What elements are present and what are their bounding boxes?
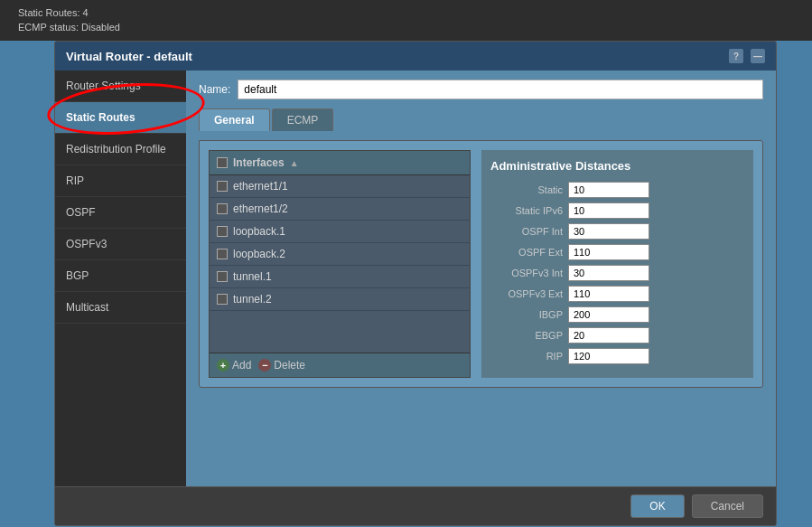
tab-general[interactable]: General bbox=[199, 108, 270, 131]
sidebar-item-label-router-settings: Router Settings bbox=[66, 80, 141, 92]
interface-name-4: tunnel.1 bbox=[233, 270, 272, 283]
sidebar-item-multicast[interactable]: Multicast bbox=[55, 292, 186, 324]
interface-checkbox-1[interactable] bbox=[217, 203, 228, 214]
ecmp-status: ECMP status: Disabled bbox=[18, 21, 120, 34]
table-row[interactable]: tunnel.1 bbox=[210, 266, 470, 288]
cancel-button[interactable]: Cancel bbox=[692, 494, 763, 518]
name-label: Name: bbox=[199, 83, 230, 96]
sidebar-item-redistribution-profile[interactable]: Redistribution Profile bbox=[55, 134, 186, 165]
help-icon[interactable]: ? bbox=[729, 49, 743, 63]
tab-ecmp[interactable]: ECMP bbox=[272, 108, 334, 131]
dialog-footer: OK Cancel bbox=[55, 486, 776, 525]
admin-label-2: OSPF Int bbox=[490, 226, 563, 237]
static-routes-count: Static Routes: 4 bbox=[18, 6, 120, 20]
sidebar-item-label-rip: RIP bbox=[66, 174, 84, 187]
table-row[interactable]: loopback.2 bbox=[210, 243, 470, 266]
admin-input-4[interactable] bbox=[568, 265, 649, 281]
sidebar-item-label-static-routes: Static Routes bbox=[66, 111, 135, 124]
admin-input-8[interactable] bbox=[568, 348, 649, 364]
admin-distances-title: Administrative Distances bbox=[490, 159, 744, 173]
admin-input-0[interactable] bbox=[568, 182, 649, 198]
admin-row: IBGP bbox=[490, 306, 744, 323]
interface-name-5: tunnel.2 bbox=[233, 293, 272, 306]
table-row[interactable]: loopback.1 bbox=[210, 221, 470, 243]
sidebar-item-router-settings[interactable]: Router Settings bbox=[55, 71, 186, 102]
delete-icon: − bbox=[258, 359, 271, 372]
sidebar-item-ospf[interactable]: OSPF bbox=[55, 197, 186, 229]
dialog-title-bar: Virtual Router - default ? — bbox=[55, 42, 776, 71]
dialog-body: Router Settings Static Routes Redistribu… bbox=[55, 71, 776, 486]
table-row[interactable]: ethernet1/2 bbox=[210, 198, 470, 221]
admin-distances-panel: Administrative Distances StaticStatic IP… bbox=[481, 150, 753, 378]
admin-row: OSPFv3 Int bbox=[490, 265, 744, 281]
tab-general-label: General bbox=[214, 114, 255, 127]
main-content: Name: General ECMP Interfaces bbox=[186, 71, 776, 486]
admin-label-1: Static IPv6 bbox=[490, 205, 563, 216]
sidebar-item-ospfv3[interactable]: OSPFv3 bbox=[55, 229, 186, 260]
add-label: Add bbox=[232, 359, 251, 372]
interface-list: ethernet1/1 ethernet1/2 loopback.1 bbox=[210, 175, 470, 353]
sidebar-item-label-redistribution-profile: Redistribution Profile bbox=[66, 143, 166, 155]
add-icon: + bbox=[217, 359, 229, 372]
admin-row: Static IPv6 bbox=[490, 202, 744, 219]
sidebar-item-label-bgp: BGP bbox=[66, 269, 89, 282]
admin-label-4: OSPFv3 Int bbox=[490, 268, 563, 278]
sidebar-item-static-routes[interactable]: Static Routes bbox=[55, 102, 186, 134]
sidebar-item-bgp[interactable]: BGP bbox=[55, 260, 186, 292]
interface-checkbox-2[interactable] bbox=[217, 226, 228, 237]
dialog-title-text: Virtual Router - default bbox=[66, 50, 192, 63]
admin-row: OSPF Int bbox=[490, 223, 744, 240]
interface-name-3: loopback.2 bbox=[233, 248, 285, 260]
admin-label-7: EBGP bbox=[490, 330, 563, 341]
virtual-router-dialog: Virtual Router - default ? — Router Sett… bbox=[54, 41, 777, 526]
delete-button[interactable]: − Delete bbox=[258, 359, 305, 372]
interface-checkbox-0[interactable] bbox=[217, 181, 228, 192]
sidebar-item-label-multicast: Multicast bbox=[66, 301, 108, 314]
table-row[interactable]: ethernet1/1 bbox=[210, 175, 470, 198]
interface-checkbox-3[interactable] bbox=[217, 249, 228, 259]
admin-input-6[interactable] bbox=[568, 306, 649, 323]
dialog-title-icons: ? — bbox=[729, 49, 765, 63]
tab-content-general: Interfaces ▲ ethernet1/1 ethernet1/2 bbox=[199, 140, 763, 388]
admin-distances-rows: StaticStatic IPv6OSPF IntOSPF ExtOSPFv3 … bbox=[490, 182, 744, 364]
admin-input-7[interactable] bbox=[568, 327, 649, 343]
tab-ecmp-label: ECMP bbox=[287, 114, 319, 127]
delete-label: Delete bbox=[274, 359, 305, 372]
sidebar: Router Settings Static Routes Redistribu… bbox=[55, 71, 186, 486]
minimize-icon[interactable]: — bbox=[751, 49, 765, 63]
bg-top-text: Static Routes: 4 ECMP status: Disabled bbox=[18, 6, 120, 34]
sidebar-item-label-ospfv3: OSPFv3 bbox=[66, 238, 107, 250]
table-row[interactable]: tunnel.2 bbox=[210, 288, 470, 311]
admin-input-5[interactable] bbox=[568, 286, 649, 302]
name-row: Name: bbox=[199, 80, 763, 99]
interface-name-1: ethernet1/2 bbox=[233, 202, 288, 215]
admin-row: OSPFv3 Ext bbox=[490, 286, 744, 302]
interface-name-0: ethernet1/1 bbox=[233, 180, 288, 193]
background-top-bar: Static Routes: 4 ECMP status: Disabled bbox=[0, 0, 812, 41]
sidebar-item-rip[interactable]: RIP bbox=[55, 165, 186, 197]
admin-row: EBGP bbox=[490, 327, 744, 343]
tab-bar: General ECMP bbox=[199, 108, 763, 131]
admin-label-6: IBGP bbox=[490, 309, 563, 320]
interface-checkbox-5[interactable] bbox=[217, 294, 228, 305]
admin-row: RIP bbox=[490, 348, 744, 364]
admin-input-3[interactable] bbox=[568, 244, 649, 260]
interfaces-select-all-checkbox[interactable] bbox=[217, 157, 228, 168]
admin-label-0: Static bbox=[490, 184, 563, 195]
sort-arrow-icon: ▲ bbox=[290, 158, 299, 168]
admin-row: Static bbox=[490, 182, 744, 198]
sidebar-item-label-ospf: OSPF bbox=[66, 206, 96, 219]
admin-input-2[interactable] bbox=[568, 223, 649, 240]
add-button[interactable]: + Add bbox=[217, 359, 251, 372]
admin-input-1[interactable] bbox=[568, 202, 649, 219]
admin-label-5: OSPFv3 Ext bbox=[490, 288, 563, 299]
name-input[interactable] bbox=[238, 80, 763, 99]
interface-checkbox-4[interactable] bbox=[217, 271, 228, 282]
interfaces-header: Interfaces ▲ bbox=[210, 151, 470, 175]
ok-button[interactable]: OK bbox=[630, 494, 684, 518]
interfaces-panel: Interfaces ▲ ethernet1/1 ethernet1/2 bbox=[209, 150, 471, 378]
interface-name-2: loopback.1 bbox=[233, 225, 285, 238]
admin-label-8: RIP bbox=[490, 351, 563, 362]
admin-row: OSPF Ext bbox=[490, 244, 744, 260]
interfaces-footer: + Add − Delete bbox=[210, 353, 470, 377]
